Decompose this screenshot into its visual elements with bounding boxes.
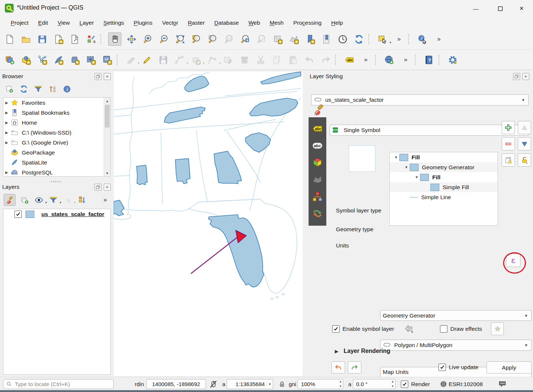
mouse-position-toggle-icon[interactable]: [209, 380, 218, 389]
dock-float-icon[interactable]: [513, 73, 520, 80]
new-virtual-layer-button[interactable]: [85, 53, 97, 66]
zoom-in-button[interactable]: [141, 33, 154, 45]
new-map-view-button[interactable]: [271, 33, 284, 45]
messages-icon[interactable]: [498, 380, 507, 389]
symbol-node-geometry-generator[interactable]: ▼Geometry Generator: [390, 162, 498, 172]
toolbar-overflow-button[interactable]: »: [392, 33, 405, 45]
expander-icon[interactable]: ▶: [3, 121, 10, 125]
layer-visibility-checkbox[interactable]: [14, 211, 22, 218]
layers-toolbar-overflow-button[interactable]: »: [100, 196, 109, 204]
data-source-manager-button[interactable]: [3, 53, 16, 66]
menu-web[interactable]: Web: [244, 18, 265, 28]
collapse-all-button[interactable]: [47, 83, 58, 94]
undo-button[interactable]: [303, 53, 316, 66]
menu-plugins[interactable]: Plugins: [129, 18, 157, 28]
new-3d-map-view-button[interactable]: [288, 33, 300, 45]
toolbar-overflow-button[interactable]: »: [432, 33, 445, 45]
menu-view[interactable]: View: [53, 18, 75, 28]
undo-style-button[interactable]: [331, 361, 345, 374]
expander-icon[interactable]: ▼: [413, 175, 420, 179]
properties-button[interactable]: i: [61, 83, 72, 94]
rotation-spinbox[interactable]: 0.0 °▲▼: [353, 379, 396, 389]
effects-options-button[interactable]: [491, 322, 504, 335]
lock-colors-button[interactable]: [518, 153, 531, 167]
pan-to-selection-button[interactable]: [125, 33, 138, 45]
expander-icon[interactable]: ▶: [3, 101, 10, 105]
add-layer-button[interactable]: [4, 83, 15, 94]
browser-item-spatial-bookmarks[interactable]: ▶ Spatial Bookmarks: [3, 108, 110, 118]
move-symbol-down-button[interactable]: [518, 137, 531, 150]
layer-rendering-header[interactable]: Layer Rendering: [344, 348, 390, 354]
zoom-native-button[interactable]: 1:1: [223, 33, 235, 45]
renderer-combo[interactable]: Single Symbol ▼: [330, 125, 529, 136]
show-layout-manager-button[interactable]: [68, 33, 81, 45]
menu-project[interactable]: Project: [6, 18, 33, 28]
menu-raster[interactable]: Raster: [183, 18, 210, 28]
history-tab[interactable]: [312, 191, 323, 202]
close-button[interactable]: ✕: [513, 4, 530, 13]
pan-map-button[interactable]: [108, 32, 121, 46]
live-update-checkbox[interactable]: [439, 364, 446, 371]
move-symbol-up-button[interactable]: [518, 121, 531, 134]
open-project-button[interactable]: [20, 33, 32, 45]
refresh-button[interactable]: [18, 83, 29, 94]
menu-layer[interactable]: Layer: [75, 18, 99, 28]
crs-globe-icon[interactable]: [440, 380, 447, 388]
expander-icon[interactable]: ▶: [3, 131, 10, 135]
draw-effects-checkbox[interactable]: [440, 325, 447, 333]
menu-edit[interactable]: Edit: [33, 18, 53, 28]
undo-redo-tab[interactable]: [312, 208, 323, 219]
symbology-tab-icon[interactable]: [313, 104, 324, 116]
metasearch-button[interactable]: [383, 53, 395, 66]
maximize-button[interactable]: [492, 4, 509, 13]
save-layer-edits-button[interactable]: [157, 53, 169, 66]
layer-labeling-button[interactable]: abc: [343, 53, 355, 66]
magnifier-spinbox[interactable]: 100%▲▼: [298, 379, 343, 389]
menu-vector[interactable]: Vector: [157, 18, 183, 28]
identify-features-button[interactable]: i: [416, 33, 429, 45]
dock-close-icon[interactable]: ✕: [104, 73, 111, 80]
expander-icon[interactable]: ▶: [3, 170, 10, 174]
menu-mesh[interactable]: Mesh: [265, 18, 289, 28]
add-symbol-layer-button[interactable]: [502, 121, 515, 134]
new-temporary-scratch-layer-button[interactable]: [68, 53, 81, 66]
scale-combo[interactable]: 1:13635684 ▼: [227, 379, 273, 389]
geometry-type-combo[interactable]: Polygon / MultiPolygon▼: [380, 340, 532, 351]
toolbar-overflow-button[interactable]: »: [359, 53, 372, 66]
expander-icon[interactable]: ▼: [393, 155, 399, 159]
select-features-button[interactable]: ▾: [376, 33, 389, 45]
layer-rendering-expander-icon[interactable]: ▶: [335, 348, 338, 354]
mask-tab[interactable]: abc: [312, 140, 323, 151]
expand-collapse-button[interactable]: [76, 194, 87, 205]
data-defined-override-icon[interactable]: [403, 323, 415, 334]
layer-name[interactable]: us_states_scale_factor: [41, 211, 104, 218]
locator-search-input[interactable]: Type to locate (Ctrl+K): [3, 379, 114, 389]
layer-item[interactable]: us_states_scale_factor: [3, 209, 110, 219]
style-manager-button[interactable]: a: [85, 33, 97, 45]
browser-item-g-google-drive-[interactable]: ▶ G:\ (Google Drive): [3, 138, 110, 148]
expander-icon[interactable]: ▶: [3, 141, 10, 145]
menu-database[interactable]: Database: [210, 18, 244, 28]
symbol-node-simple-line[interactable]: Simple Line: [390, 192, 498, 202]
edit-filter-expression-button[interactable]: ε▾: [62, 194, 73, 205]
render-checkbox[interactable]: [401, 381, 408, 388]
labels-tab[interactable]: abc: [312, 123, 323, 134]
minimize-button[interactable]: —: [467, 4, 484, 13]
menu-processing[interactable]: Processing: [288, 18, 326, 28]
new-shapefile-layer-button[interactable]: [36, 53, 48, 66]
filter-browser-button[interactable]: [32, 83, 44, 94]
vertex-tool-button[interactable]: ▾: [206, 53, 218, 66]
crs-status[interactable]: ESRI:102008: [449, 381, 483, 388]
menu-help[interactable]: Help: [326, 18, 348, 28]
processing-toolbox-button[interactable]: [446, 53, 459, 66]
expander-icon[interactable]: ▶: [3, 111, 10, 115]
browser-item-geopackage[interactable]: GeoPackage: [3, 148, 110, 157]
new-spatialite-layer-button[interactable]: [52, 53, 65, 66]
expander-icon[interactable]: ▼: [403, 165, 410, 169]
duplicate-symbol-layer-button[interactable]: [502, 153, 515, 167]
modify-attributes-button[interactable]: [222, 53, 234, 66]
symbol-node-fill[interactable]: ▼Fill: [390, 172, 498, 182]
redo-button[interactable]: [319, 53, 332, 66]
zoom-last-button[interactable]: [239, 33, 251, 45]
browser-item-postgresql[interactable]: ▶ PostgreSQL: [3, 167, 110, 177]
